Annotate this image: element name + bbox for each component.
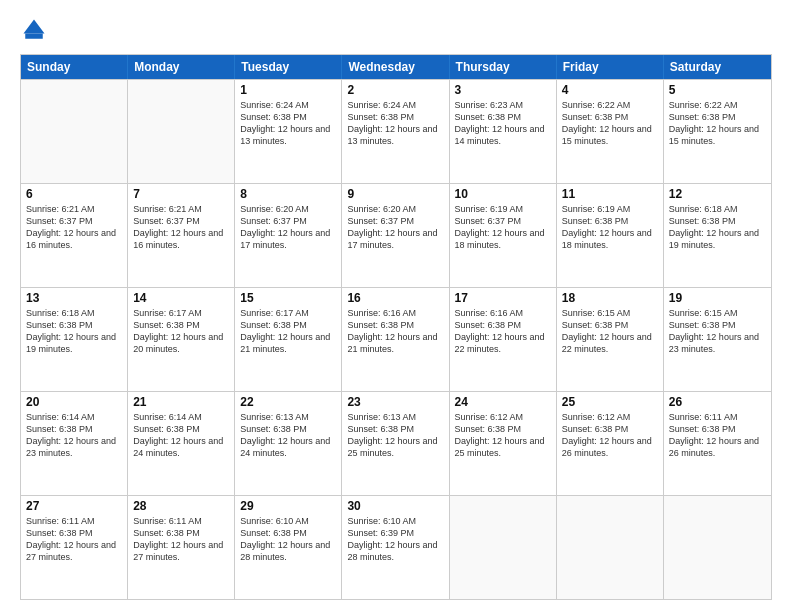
day-number: 3 <box>455 83 551 97</box>
calendar-cell: 23Sunrise: 6:13 AM Sunset: 6:38 PM Dayli… <box>342 392 449 495</box>
calendar-cell <box>21 80 128 183</box>
header-day-wednesday: Wednesday <box>342 55 449 79</box>
calendar-cell: 3Sunrise: 6:23 AM Sunset: 6:38 PM Daylig… <box>450 80 557 183</box>
calendar-cell: 13Sunrise: 6:18 AM Sunset: 6:38 PM Dayli… <box>21 288 128 391</box>
cell-info: Sunrise: 6:11 AM Sunset: 6:38 PM Dayligh… <box>669 411 766 460</box>
cell-info: Sunrise: 6:20 AM Sunset: 6:37 PM Dayligh… <box>240 203 336 252</box>
day-number: 8 <box>240 187 336 201</box>
header-day-monday: Monday <box>128 55 235 79</box>
cell-info: Sunrise: 6:24 AM Sunset: 6:38 PM Dayligh… <box>347 99 443 148</box>
calendar-cell: 15Sunrise: 6:17 AM Sunset: 6:38 PM Dayli… <box>235 288 342 391</box>
cell-info: Sunrise: 6:14 AM Sunset: 6:38 PM Dayligh… <box>26 411 122 460</box>
cell-info: Sunrise: 6:21 AM Sunset: 6:37 PM Dayligh… <box>133 203 229 252</box>
cell-info: Sunrise: 6:18 AM Sunset: 6:38 PM Dayligh… <box>26 307 122 356</box>
calendar-cell: 5Sunrise: 6:22 AM Sunset: 6:38 PM Daylig… <box>664 80 771 183</box>
cell-info: Sunrise: 6:19 AM Sunset: 6:38 PM Dayligh… <box>562 203 658 252</box>
cell-info: Sunrise: 6:19 AM Sunset: 6:37 PM Dayligh… <box>455 203 551 252</box>
calendar-cell: 6Sunrise: 6:21 AM Sunset: 6:37 PM Daylig… <box>21 184 128 287</box>
calendar-week-5: 27Sunrise: 6:11 AM Sunset: 6:38 PM Dayli… <box>21 495 771 599</box>
calendar-cell: 4Sunrise: 6:22 AM Sunset: 6:38 PM Daylig… <box>557 80 664 183</box>
day-number: 19 <box>669 291 766 305</box>
calendar-cell: 9Sunrise: 6:20 AM Sunset: 6:37 PM Daylig… <box>342 184 449 287</box>
day-number: 25 <box>562 395 658 409</box>
calendar-cell: 24Sunrise: 6:12 AM Sunset: 6:38 PM Dayli… <box>450 392 557 495</box>
day-number: 27 <box>26 499 122 513</box>
day-number: 26 <box>669 395 766 409</box>
cell-info: Sunrise: 6:16 AM Sunset: 6:38 PM Dayligh… <box>347 307 443 356</box>
calendar-cell: 25Sunrise: 6:12 AM Sunset: 6:38 PM Dayli… <box>557 392 664 495</box>
day-number: 4 <box>562 83 658 97</box>
day-number: 24 <box>455 395 551 409</box>
cell-info: Sunrise: 6:11 AM Sunset: 6:38 PM Dayligh… <box>26 515 122 564</box>
page: SundayMondayTuesdayWednesdayThursdayFrid… <box>0 0 792 612</box>
day-number: 9 <box>347 187 443 201</box>
header-day-thursday: Thursday <box>450 55 557 79</box>
calendar-cell <box>128 80 235 183</box>
day-number: 10 <box>455 187 551 201</box>
cell-info: Sunrise: 6:13 AM Sunset: 6:38 PM Dayligh… <box>347 411 443 460</box>
day-number: 6 <box>26 187 122 201</box>
cell-info: Sunrise: 6:14 AM Sunset: 6:38 PM Dayligh… <box>133 411 229 460</box>
header <box>20 16 772 44</box>
calendar: SundayMondayTuesdayWednesdayThursdayFrid… <box>20 54 772 600</box>
calendar-cell <box>450 496 557 599</box>
calendar-cell: 7Sunrise: 6:21 AM Sunset: 6:37 PM Daylig… <box>128 184 235 287</box>
calendar-cell: 11Sunrise: 6:19 AM Sunset: 6:38 PM Dayli… <box>557 184 664 287</box>
cell-info: Sunrise: 6:16 AM Sunset: 6:38 PM Dayligh… <box>455 307 551 356</box>
calendar-cell: 1Sunrise: 6:24 AM Sunset: 6:38 PM Daylig… <box>235 80 342 183</box>
day-number: 22 <box>240 395 336 409</box>
day-number: 5 <box>669 83 766 97</box>
calendar-week-4: 20Sunrise: 6:14 AM Sunset: 6:38 PM Dayli… <box>21 391 771 495</box>
calendar-cell: 2Sunrise: 6:24 AM Sunset: 6:38 PM Daylig… <box>342 80 449 183</box>
calendar-cell: 26Sunrise: 6:11 AM Sunset: 6:38 PM Dayli… <box>664 392 771 495</box>
calendar-cell: 16Sunrise: 6:16 AM Sunset: 6:38 PM Dayli… <box>342 288 449 391</box>
cell-info: Sunrise: 6:15 AM Sunset: 6:38 PM Dayligh… <box>669 307 766 356</box>
cell-info: Sunrise: 6:10 AM Sunset: 6:38 PM Dayligh… <box>240 515 336 564</box>
header-day-saturday: Saturday <box>664 55 771 79</box>
calendar-week-1: 1Sunrise: 6:24 AM Sunset: 6:38 PM Daylig… <box>21 79 771 183</box>
calendar-cell: 18Sunrise: 6:15 AM Sunset: 6:38 PM Dayli… <box>557 288 664 391</box>
calendar-cell <box>664 496 771 599</box>
day-number: 18 <box>562 291 658 305</box>
calendar-cell <box>557 496 664 599</box>
calendar-cell: 20Sunrise: 6:14 AM Sunset: 6:38 PM Dayli… <box>21 392 128 495</box>
cell-info: Sunrise: 6:13 AM Sunset: 6:38 PM Dayligh… <box>240 411 336 460</box>
cell-info: Sunrise: 6:12 AM Sunset: 6:38 PM Dayligh… <box>562 411 658 460</box>
header-day-tuesday: Tuesday <box>235 55 342 79</box>
calendar-body: 1Sunrise: 6:24 AM Sunset: 6:38 PM Daylig… <box>21 79 771 599</box>
calendar-cell: 14Sunrise: 6:17 AM Sunset: 6:38 PM Dayli… <box>128 288 235 391</box>
header-day-friday: Friday <box>557 55 664 79</box>
cell-info: Sunrise: 6:15 AM Sunset: 6:38 PM Dayligh… <box>562 307 658 356</box>
cell-info: Sunrise: 6:10 AM Sunset: 6:39 PM Dayligh… <box>347 515 443 564</box>
calendar-cell: 30Sunrise: 6:10 AM Sunset: 6:39 PM Dayli… <box>342 496 449 599</box>
day-number: 20 <box>26 395 122 409</box>
day-number: 23 <box>347 395 443 409</box>
cell-info: Sunrise: 6:17 AM Sunset: 6:38 PM Dayligh… <box>133 307 229 356</box>
cell-info: Sunrise: 6:18 AM Sunset: 6:38 PM Dayligh… <box>669 203 766 252</box>
cell-info: Sunrise: 6:11 AM Sunset: 6:38 PM Dayligh… <box>133 515 229 564</box>
cell-info: Sunrise: 6:17 AM Sunset: 6:38 PM Dayligh… <box>240 307 336 356</box>
svg-marker-0 <box>24 20 45 34</box>
day-number: 2 <box>347 83 443 97</box>
day-number: 11 <box>562 187 658 201</box>
calendar-cell: 8Sunrise: 6:20 AM Sunset: 6:37 PM Daylig… <box>235 184 342 287</box>
cell-info: Sunrise: 6:23 AM Sunset: 6:38 PM Dayligh… <box>455 99 551 148</box>
calendar-cell: 27Sunrise: 6:11 AM Sunset: 6:38 PM Dayli… <box>21 496 128 599</box>
day-number: 30 <box>347 499 443 513</box>
cell-info: Sunrise: 6:24 AM Sunset: 6:38 PM Dayligh… <box>240 99 336 148</box>
cell-info: Sunrise: 6:12 AM Sunset: 6:38 PM Dayligh… <box>455 411 551 460</box>
calendar-cell: 29Sunrise: 6:10 AM Sunset: 6:38 PM Dayli… <box>235 496 342 599</box>
svg-rect-1 <box>25 34 43 39</box>
calendar-week-2: 6Sunrise: 6:21 AM Sunset: 6:37 PM Daylig… <box>21 183 771 287</box>
logo <box>20 16 52 44</box>
day-number: 29 <box>240 499 336 513</box>
day-number: 13 <box>26 291 122 305</box>
header-day-sunday: Sunday <box>21 55 128 79</box>
calendar-week-3: 13Sunrise: 6:18 AM Sunset: 6:38 PM Dayli… <box>21 287 771 391</box>
day-number: 28 <box>133 499 229 513</box>
day-number: 1 <box>240 83 336 97</box>
calendar-cell: 22Sunrise: 6:13 AM Sunset: 6:38 PM Dayli… <box>235 392 342 495</box>
calendar-cell: 28Sunrise: 6:11 AM Sunset: 6:38 PM Dayli… <box>128 496 235 599</box>
calendar-header-row: SundayMondayTuesdayWednesdayThursdayFrid… <box>21 55 771 79</box>
day-number: 15 <box>240 291 336 305</box>
